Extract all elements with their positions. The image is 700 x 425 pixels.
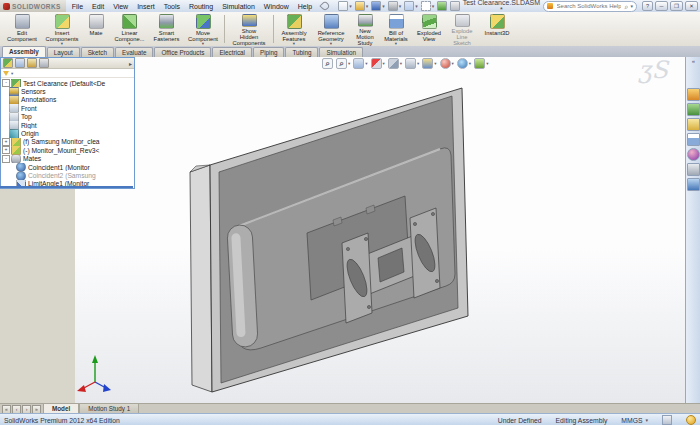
minimize-button[interactable]: ─: [655, 1, 668, 11]
panel-expand-arrow-icon[interactable]: ▸: [129, 60, 132, 67]
tree-item-monitor-mount[interactable]: + (-) Monitor_Mount_Rev3<: [2, 146, 134, 154]
new-document-button[interactable]: ▾: [338, 1, 352, 11]
insert-components-icon: [55, 14, 70, 29]
tree-item-origin[interactable]: Origin: [2, 129, 134, 137]
print-button[interactable]: ▾: [388, 1, 402, 11]
tree-item-root[interactable]: - Test Clearance (Default<De: [2, 79, 134, 87]
custom-properties-icon[interactable]: [687, 163, 700, 176]
menu-simulation[interactable]: Simulation: [218, 2, 259, 11]
menu-window[interactable]: Window: [260, 2, 293, 11]
print-icon: [388, 1, 398, 11]
exploded-view-button[interactable]: ExplodedView: [412, 12, 446, 46]
menu-help[interactable]: Help: [294, 2, 316, 11]
tab-assembly[interactable]: Assembly: [2, 46, 46, 57]
panel-splitter[interactable]: [0, 186, 133, 188]
assembly-features-button[interactable]: AssemblyFeatures ▾: [276, 12, 312, 46]
search-input[interactable]: [555, 2, 623, 10]
menu-routing[interactable]: Routing: [185, 2, 217, 11]
save-button[interactable]: ▾: [371, 1, 385, 11]
tree-item-right-plane[interactable]: Right: [2, 121, 134, 129]
solidworks-forum-icon[interactable]: [687, 178, 700, 191]
mate-button[interactable]: Mate: [82, 12, 110, 46]
filter-funnel-icon[interactable]: [3, 71, 9, 76]
tree-item-mates[interactable]: - Mates: [2, 155, 134, 163]
design-library-icon[interactable]: [687, 103, 700, 116]
menu-edit[interactable]: Edit: [88, 2, 108, 11]
help-button[interactable]: ?: [642, 1, 653, 11]
propertymanager-icon[interactable]: [15, 58, 25, 68]
tree-item-front-plane[interactable]: Front: [2, 104, 134, 112]
menu-insert[interactable]: Insert: [133, 2, 159, 11]
view-palette-icon[interactable]: [687, 133, 700, 146]
appearances-scenes-icon[interactable]: [687, 148, 700, 161]
edition-text: SolidWorks Premium 2012 x64 Edition: [4, 417, 120, 424]
show-hidden-components-icon: [242, 14, 257, 27]
edit-component-button[interactable]: EditComponent: [2, 12, 42, 46]
tree-item-annotations[interactable]: Annotations: [2, 96, 134, 104]
show-hidden-components-button[interactable]: ShowHiddenComponents: [227, 12, 271, 46]
exploded-view-icon: [422, 14, 437, 29]
tree-item-samsung-monitor[interactable]: + (f) Samsung Monitor_clea: [2, 138, 134, 146]
tab-sketch[interactable]: Sketch: [81, 47, 114, 57]
new-motion-study-button[interactable]: NewMotionStudy: [350, 12, 380, 46]
smart-fasteners-button[interactable]: SmartFasteners: [149, 12, 184, 46]
restore-button[interactable]: ❐: [670, 1, 683, 11]
configurationmanager-icon[interactable]: [27, 58, 37, 68]
search-dropdown-icon[interactable]: ▾: [630, 3, 633, 9]
bill-of-materials-button[interactable]: Bill ofMaterials ▾: [380, 12, 412, 46]
reference-geometry-button[interactable]: ReferenceGeometry ▾: [312, 12, 350, 46]
tab-layout[interactable]: Layout: [47, 47, 80, 57]
monitor-assembly-model[interactable]: [75, 57, 685, 403]
units-selector[interactable]: MMGS ▾: [621, 417, 648, 424]
undo-button[interactable]: ▾: [404, 1, 418, 11]
menu-view[interactable]: View: [109, 2, 132, 11]
tree-item-coincident1[interactable]: Coincident1 (Monitor_: [2, 163, 134, 171]
search-icon[interactable]: ⌕: [625, 3, 629, 10]
linear-component-pattern-button[interactable]: LinearCompone... ▾: [110, 12, 149, 46]
filter-dropdown-icon[interactable]: ▾: [11, 71, 13, 76]
tree-item-coincident2[interactable]: Coincident2 (Samsung: [2, 171, 134, 179]
tab-evaluate[interactable]: Evaluate: [115, 47, 154, 57]
tree-filter-row: ▾: [1, 69, 134, 78]
select-button[interactable]: ▾: [421, 1, 435, 11]
feature-manager-tabs: ▸: [1, 58, 134, 69]
tab-simulation[interactable]: Simulation: [319, 47, 362, 57]
insert-components-button[interactable]: InsertComponents ▾: [42, 12, 82, 46]
file-explorer-icon[interactable]: [687, 118, 700, 131]
bill-of-materials-icon: [389, 14, 404, 29]
tab-tubing[interactable]: Tubing: [285, 47, 318, 57]
collapse-icon[interactable]: -: [2, 79, 10, 87]
window-controls: ? ─ ❐ ✕: [642, 1, 698, 11]
menu-tools[interactable]: Tools: [160, 2, 184, 11]
explode-line-sketch-button[interactable]: ExplodeLineSketch: [446, 12, 478, 46]
tab-electrical[interactable]: Electrical: [212, 47, 252, 57]
collapse-icon[interactable]: -: [2, 155, 10, 163]
rebuild-button[interactable]: [437, 1, 447, 11]
tab-office-products[interactable]: Office Products: [154, 47, 211, 57]
dimxpertmanager-icon[interactable]: [39, 58, 49, 68]
expand-icon[interactable]: +: [2, 146, 10, 154]
units-dropdown-icon[interactable]: ▾: [645, 417, 648, 423]
ribbon-separator: [224, 15, 225, 43]
open-button[interactable]: ▾: [355, 1, 369, 11]
options-button[interactable]: [450, 1, 460, 11]
new-motion-study-icon: [358, 14, 373, 27]
task-pane-collapse-icon[interactable]: «: [686, 58, 700, 64]
featuremanager-tree-icon[interactable]: [3, 58, 13, 68]
close-button[interactable]: ✕: [685, 1, 698, 11]
expand-icon[interactable]: +: [2, 138, 10, 146]
rebuild-icon: [437, 1, 447, 11]
tree-item-sensors[interactable]: Sensors: [2, 87, 134, 95]
plane-icon: [9, 113, 19, 121]
solidworks-resources-icon[interactable]: [687, 88, 700, 101]
menu-file[interactable]: File: [68, 2, 87, 11]
tab-piping[interactable]: Piping: [253, 47, 285, 57]
edit-component-icon: [15, 14, 30, 29]
instant3d-button[interactable]: Instant3D: [478, 12, 516, 46]
tree-item-top-plane[interactable]: Top: [2, 113, 134, 121]
pin-menu-icon[interactable]: [320, 0, 331, 11]
help-sphere-icon[interactable]: [686, 415, 696, 425]
move-component-button[interactable]: MoveComponent ▾: [184, 12, 222, 46]
quick-tips-icon[interactable]: [662, 415, 672, 425]
linear-component-pattern-icon: [122, 14, 137, 29]
